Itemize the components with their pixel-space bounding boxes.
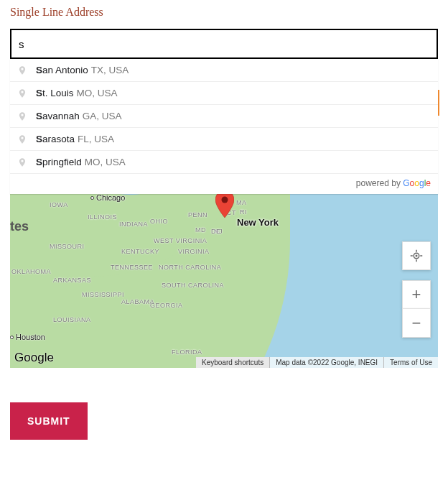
map-state-label: NORTH CAROLINA — [159, 264, 221, 271]
map-state-label: FLORIDA — [172, 348, 202, 356]
map-city-label: Houston — [16, 333, 45, 341]
address-search-wrap: San Antonio TX, USA St. Louis MO, USA Sa… — [10, 29, 438, 59]
map-state-label: MISSISSIPPI — [82, 291, 124, 298]
pin-icon — [17, 88, 27, 98]
submit-button[interactable]: SUBMIT — [10, 402, 88, 440]
terms-link[interactable]: Terms of Use — [383, 357, 438, 368]
address-input[interactable] — [10, 29, 438, 59]
map-state-label: KENTUCKY — [121, 248, 159, 255]
page-title: Single Line Address — [10, 6, 438, 19]
suggestion-item[interactable]: San Antonio TX, USA — [10, 59, 438, 82]
suggestion-main: San Antonio — [36, 65, 88, 75]
map-marker-icon[interactable] — [215, 190, 234, 218]
autocomplete-dropdown: San Antonio TX, USA St. Louis MO, USA Sa… — [10, 59, 438, 194]
map-city-newyork: New York — [237, 217, 279, 228]
map-state-label: TENNESSEE — [111, 264, 153, 271]
suggestion-item[interactable]: St. Louis MO, USA — [10, 82, 438, 105]
google-logo: Google — [14, 351, 54, 365]
map-state-label: IOWA — [50, 201, 68, 208]
map-state-label: MA — [236, 199, 247, 206]
suggestion-secondary: FL, USA — [78, 134, 114, 144]
map-state-label: MISSOURI — [50, 243, 85, 250]
map-state-label: MD — [195, 226, 206, 234]
map-state-label: OKLAHOMA — [11, 268, 51, 275]
map-city-label: Chicago — [96, 193, 125, 202]
map-state-label: ILLINOIS — [88, 213, 117, 221]
map-state-label: SOUTH CAROLINA — [162, 282, 224, 289]
pin-icon — [17, 111, 27, 121]
keyboard-shortcuts-link[interactable]: Keyboard shortcuts — [196, 357, 269, 368]
map-state-label: OHIO — [150, 218, 168, 225]
map-state-label: PENN — [188, 211, 207, 218]
map-state-label: GEORGIA — [150, 302, 183, 309]
suggestion-secondary: MO, USA — [77, 88, 118, 98]
map-data-attribution: Map data ©2022 Google, INEGI — [269, 357, 383, 368]
suggestion-main: St. Louis — [36, 88, 74, 98]
map-state-label: LOUISIANA — [53, 316, 91, 323]
map-city-dot-icon — [10, 336, 14, 339]
pin-icon — [17, 65, 27, 75]
powered-by: powered by Google — [10, 174, 438, 194]
suggestion-item[interactable]: Sarasota FL, USA — [10, 128, 438, 151]
map-state-label: ARKANSAS — [53, 277, 91, 284]
map-state-label: RI — [240, 208, 247, 216]
map-state-label: DE — [211, 228, 221, 235]
suggestion-secondary: MO, USA — [85, 157, 126, 167]
map-city-dot-icon — [90, 196, 94, 200]
map-state-label: VIRGINIA — [178, 248, 210, 255]
pin-icon — [17, 134, 27, 144]
svg-point-0 — [222, 197, 228, 203]
map-state-label: WEST VIRGINIA — [154, 237, 207, 244]
map-country-label: ates — [10, 219, 29, 234]
suggestion-item[interactable]: Savannah GA, USA — [10, 105, 438, 128]
map-controls: + − — [402, 241, 431, 338]
map-footer: Keyboard shortcuts Map data ©2022 Google… — [196, 357, 438, 368]
suggestion-main: Savannah — [36, 111, 80, 121]
map-state-label: INDIANA — [119, 221, 148, 228]
zoom-in-button[interactable]: + — [402, 280, 431, 309]
svg-point-2 — [416, 255, 418, 257]
suggestion-secondary: TX, USA — [91, 65, 129, 75]
suggestion-secondary: GA, USA — [83, 111, 122, 121]
pin-icon — [17, 157, 27, 167]
zoom-out-button[interactable]: − — [402, 309, 431, 338]
suggestion-main: Sarasota — [36, 134, 75, 144]
locate-button[interactable] — [402, 241, 431, 270]
suggestion-main: Springfield — [36, 157, 82, 167]
suggestion-item[interactable]: Springfield MO, USA — [10, 151, 438, 174]
zoom-controls: + − — [402, 280, 431, 338]
